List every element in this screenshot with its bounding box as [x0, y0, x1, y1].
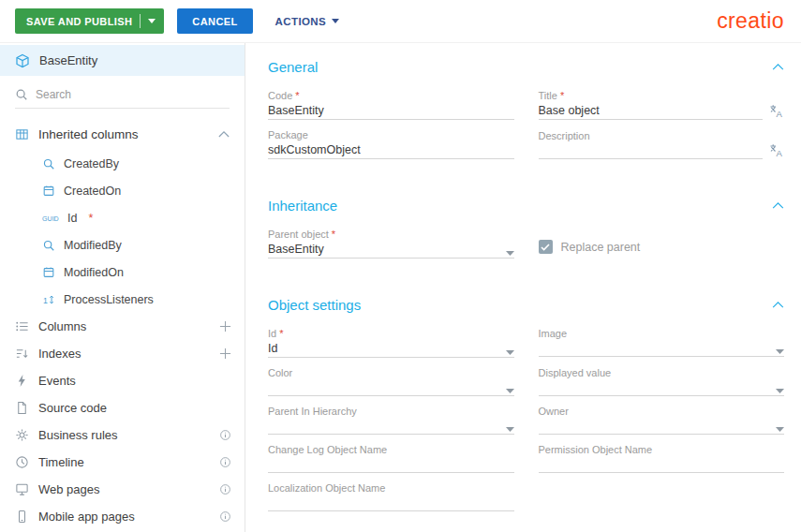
- sidebar-item-inherited-columns[interactable]: Inherited columns: [0, 118, 245, 150]
- description-field: Description A: [539, 129, 785, 159]
- chevron-down-icon[interactable]: [506, 251, 514, 256]
- chevron-down-icon[interactable]: [506, 427, 514, 432]
- field-value: Base object: [539, 104, 600, 117]
- localization-object-name-field: Localization Object Name: [268, 482, 514, 511]
- change-log-object-name-input[interactable]: [268, 458, 514, 473]
- save-and-publish-button[interactable]: SAVE AND PUBLISH: [15, 8, 164, 34]
- chevron-up-icon[interactable]: [218, 130, 230, 138]
- info-icon[interactable]: [219, 456, 231, 468]
- chevron-down-icon: [332, 19, 339, 23]
- code-field: Code * BaseEntity: [268, 90, 514, 120]
- owner-select[interactable]: [539, 420, 785, 435]
- package-input[interactable]: sdkCustomObject: [268, 143, 514, 159]
- chevron-down-icon[interactable]: [776, 349, 784, 354]
- field-value: BaseEntity: [268, 104, 324, 117]
- add-column-button[interactable]: [219, 320, 231, 332]
- indexes-icon: [15, 347, 29, 361]
- field-value: BaseEntity: [268, 243, 324, 256]
- parent-in-hierarchy-field: Parent In Hierarchy: [268, 406, 514, 435]
- permission-object-name-input[interactable]: [539, 458, 785, 473]
- chevron-down-icon[interactable]: [776, 389, 784, 393]
- displayed-value-select[interactable]: [539, 381, 785, 396]
- field-label: Change Log Object Name: [268, 444, 387, 455]
- field-label: Displayed value: [539, 367, 612, 378]
- check-icon: [541, 244, 550, 251]
- chevron-down-icon[interactable]: [506, 389, 514, 393]
- mobile-icon: [15, 510, 29, 524]
- description-input[interactable]: [539, 144, 764, 159]
- events-icon: [15, 374, 29, 388]
- column-item-createdon[interactable]: CreatedOn: [0, 177, 245, 204]
- sidebar-item-events[interactable]: Events: [0, 367, 245, 394]
- sidebar-item-timeline[interactable]: Timeline: [0, 449, 245, 476]
- localization-object-name-input[interactable]: [268, 496, 514, 511]
- permission-object-name-field: Permission Object Name: [539, 444, 785, 473]
- cancel-button[interactable]: CANCEL: [177, 8, 252, 34]
- sidebar-item-web-pages[interactable]: Web pages: [0, 476, 245, 503]
- field-label: Owner: [539, 406, 569, 417]
- column-item-createdby[interactable]: CreatedBy: [0, 150, 245, 177]
- sidebar-item-base-entity[interactable]: BaseEntity: [0, 45, 245, 76]
- title-input[interactable]: Base object: [539, 104, 764, 120]
- collapse-section-button[interactable]: [772, 63, 784, 70]
- parent-object-select[interactable]: BaseEntity: [268, 243, 514, 259]
- section-title: Inheritance: [268, 198, 337, 214]
- image-select[interactable]: [539, 342, 785, 357]
- image-field: Image: [539, 328, 785, 358]
- chevron-down-icon[interactable]: [776, 427, 784, 432]
- actions-menu-button[interactable]: ACTIONS: [275, 16, 340, 27]
- id-select[interactable]: Id: [268, 342, 514, 358]
- field-value: Id: [268, 342, 277, 355]
- column-item-id[interactable]: GUID Id *: [0, 204, 245, 231]
- sidebar-item-columns[interactable]: Columns: [0, 313, 245, 340]
- column-item-modifiedby[interactable]: ModifiedBy: [0, 231, 245, 259]
- collapse-section-button[interactable]: [772, 301, 784, 308]
- field-label: Parent In Hierarchy: [268, 406, 357, 417]
- date-icon: [42, 185, 55, 198]
- source-code-icon: [15, 401, 29, 415]
- section-inheritance: Inheritance Parent object * BaseEntity: [268, 197, 784, 259]
- creatio-logo: creatio: [717, 8, 784, 34]
- collapse-section-button[interactable]: [772, 201, 784, 209]
- field-value: sdkCustomObject: [268, 143, 361, 156]
- chevron-down-icon[interactable]: [506, 350, 514, 355]
- column-item-processlisteners[interactable]: 1 ProcessListeners: [0, 286, 245, 313]
- field-label: Title: [539, 90, 557, 101]
- section-label: Indexes: [38, 347, 82, 361]
- info-icon[interactable]: [219, 429, 231, 441]
- checkbox-label: Replace parent: [561, 241, 641, 254]
- sidebar-item-mobile-app-pages[interactable]: Mobile app pages: [0, 503, 245, 530]
- search-input[interactable]: [36, 88, 230, 101]
- parent-in-hierarchy-select[interactable]: [268, 420, 514, 435]
- info-icon[interactable]: [219, 510, 231, 523]
- replace-parent-checkbox[interactable]: [539, 240, 553, 254]
- code-input[interactable]: BaseEntity: [268, 104, 514, 120]
- lookup-icon: [42, 239, 55, 252]
- color-select[interactable]: [268, 381, 514, 396]
- localize-icon[interactable]: A: [769, 104, 784, 119]
- column-item-modifiedon[interactable]: ModifiedOn: [0, 259, 245, 286]
- field-label: Localization Object Name: [268, 482, 385, 494]
- info-icon: [219, 510, 231, 523]
- entity-name: BaseEntity: [39, 53, 97, 67]
- sidebar-search[interactable]: [15, 88, 230, 109]
- sidebar-item-source-code[interactable]: Source code: [0, 394, 245, 421]
- package-field: Package sdkCustomObject: [268, 129, 514, 159]
- save-and-publish-label: SAVE AND PUBLISH: [26, 16, 132, 27]
- add-index-button[interactable]: [219, 347, 231, 360]
- section-label: Events: [38, 374, 76, 388]
- chevron-up-icon: [772, 201, 784, 209]
- chevron-up-icon: [772, 63, 784, 70]
- sidebar-item-indexes[interactable]: Indexes: [0, 340, 245, 367]
- title-field: Title * Base object A: [539, 90, 785, 120]
- section-label: Timeline: [38, 455, 84, 469]
- field-label: Color: [268, 367, 292, 378]
- localize-icon[interactable]: A: [769, 143, 784, 158]
- grid-icon: [15, 127, 29, 141]
- info-icon[interactable]: [219, 483, 231, 495]
- sidebar-item-business-rules[interactable]: Business rules: [0, 421, 245, 449]
- button-divider: [140, 14, 141, 28]
- required-marker: *: [332, 229, 335, 240]
- chevron-down-icon[interactable]: [148, 19, 156, 23]
- info-icon: [219, 456, 231, 468]
